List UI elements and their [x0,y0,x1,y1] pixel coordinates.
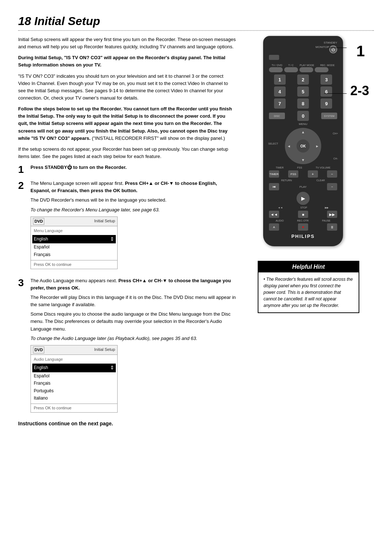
intro-para2: During Initial Setup, "IS TV ON? CO3" wi… [18,54,236,69]
left-column: Initial Setup screens will appear the ve… [18,36,236,426]
menu-audio-item-francais: Français [34,380,114,387]
stop-button[interactable]: ■ [298,211,308,218]
rec-mode-label: REC. MODE [320,64,335,66]
system-button[interactable]: SYSTEM [321,113,337,119]
num-btn-1[interactable]: 1 [274,74,286,85]
callout-label-23: 2-3 [350,83,369,98]
ok-button[interactable]: OK [297,139,310,153]
intro-para4: Follow the steps below to set up the Rec… [18,105,236,142]
step-3-bold: Press CH+▲ or CH-▼ to choose the languag… [30,278,231,291]
fast-forward-button[interactable]: ▶▶ [327,211,337,218]
pause-button[interactable]: ⏸ [327,223,337,231]
philips-logo: PHILIPS [269,234,337,239]
bottom-buttons: A ● ⏸ [269,223,337,231]
tv-vol-plus-button[interactable]: + [308,170,318,178]
menu-language-mockup: DVD Initial Setup Menu Language English … [30,216,118,269]
helpful-hint-item: The Recorder's features will scroll acro… [264,276,354,309]
page-title: 18 Initial Setup [18,15,374,28]
audio-label: AUDIO [275,219,283,222]
menu-audio-arrow-icon: ⇕ [110,364,114,372]
step-3-text: The Audio Language menu appears next. Pr… [30,277,236,292]
timer-label: TIMER [276,166,284,169]
menu-audio-mockup: DVD Initial Setup Audio Language English… [30,345,118,413]
tc-label: T / C [288,64,294,66]
menu-arrow-icon: ⇕ [110,235,114,243]
step-1-content: Press STANDBY⏻ to turn on the Recorder. [30,164,236,173]
step-3-content: The Audio Language menu appears next. Pr… [30,277,236,416]
menu-item-english: English ⇕ [32,235,116,244]
step-3-number: 3 [18,278,27,288]
num-btn-3[interactable]: 3 [320,74,332,85]
tv-dvd-button[interactable] [269,67,283,72]
rew-label: ◄◄ [278,206,283,209]
fss-button[interactable]: FSS [288,170,298,178]
menu-audio-footer: Press OK to continue [31,404,117,412]
step-2: 2 The Menu Language screen will appear f… [18,180,236,272]
menu-audio-item-label: English [34,364,48,371]
menu-title: Initial Setup [94,218,115,225]
clear-button[interactable]: − [327,183,337,190]
step-2-sub: The DVD Recorder's menus will be in the … [30,197,236,204]
select-label: SELECT [268,142,278,145]
tv-vol-minus-button[interactable]: − [327,170,337,178]
rew-fwd-buttons: ◄◄ ■ ▶▶ [269,211,337,218]
tc-button[interactable] [284,67,298,72]
helpful-hint-header: Helpful Hint [258,262,359,272]
play-mode-label: PLAY MODE [300,64,314,66]
num-btn-0[interactable]: 0 [297,111,309,121]
menu-body: Menu Language English ⇕ Español Français [31,226,117,260]
nav-up-button[interactable]: ▲ [301,130,305,134]
play-button[interactable]: ▶ [297,192,310,205]
num-btn-7[interactable]: 7 [274,98,286,109]
nav-down-button[interactable]: ▼ [301,158,305,162]
menu-audio-item-label-3: Français [34,380,50,387]
menu-audio-body: Audio Language English ⇕ Español Françai… [31,355,117,404]
disc-button[interactable]: DISC [269,113,285,119]
bottom-row-labels: AUDIO REC-OTR PAUSE [269,219,337,222]
number-pad: 1 2 3 4 5 6 7 8 9 [269,74,337,109]
timer-button[interactable]: TIMER [269,170,279,178]
num-btn-2[interactable]: 2 [297,74,309,85]
pause-label: PAUSE [322,219,330,222]
play-mode-button[interactable] [299,67,313,72]
nav-left-button[interactable]: ◄ [287,144,291,148]
return-clear-buttons: ⏮ PLAY − [269,183,337,190]
special-row: DISC 0 SYSTEM [269,111,337,121]
menu-audio-item-portugues: Português [34,387,114,395]
step-2-text: The Menu Language screen will appear fir… [30,180,236,194]
step-1-text: Press STANDBY⏻ to turn on the Recorder. [30,164,236,171]
menu-footer: Press OK to continue [31,260,117,269]
rec-otr-label: REC-OTR [297,219,309,222]
num-btn-9[interactable]: 9 [320,98,332,109]
nav-right-button[interactable]: ► [315,144,319,148]
dvd-logo-2: DVD [33,347,44,353]
standby-button[interactable]: ⏻ [329,45,337,53]
top-row-buttons [269,67,337,72]
timer-row-buttons: TIMER FSS + − [269,170,337,178]
num-btn-6[interactable]: 6 [320,86,332,97]
right-column: STANDBY MONITOR ⏻ TV / DVD T / C PLAY MO… [247,36,359,426]
monitor-button[interactable] [269,55,279,60]
callout-label-1: 1 [356,42,365,60]
step-2-number: 2 [18,181,27,191]
helpful-hint-body: The Recorder's features will scroll acro… [258,272,359,312]
num-btn-5[interactable]: 5 [297,86,309,97]
menu-audio-item-espanol: Español [34,372,114,380]
return-button[interactable]: ⏮ [269,183,279,190]
menu-label: MENU [269,122,337,126]
num-btn-8[interactable]: 8 [297,98,309,109]
rec-mode-button[interactable] [315,67,328,72]
audio-button[interactable]: A [269,223,279,231]
menu-audio-header: DVD Initial Setup [31,345,117,355]
remote-wrapper: STANDBY MONITOR ⏻ TV / DVD T / C PLAY MO… [263,36,343,246]
menu-item-label: English [34,236,48,243]
menu-audio-item-label-4: Português [34,388,54,394]
menu-audio-item-italiano: Italiano [34,394,114,402]
step-1-number: 1 [18,165,27,175]
menu-audio-title: Initial Setup [94,347,115,353]
standby-label: STANDBY [269,41,337,44]
rec-otr-button[interactable]: ● [298,223,308,231]
rewind-button[interactable]: ◄◄ [269,211,279,218]
num-btn-4[interactable]: 4 [274,86,286,97]
continue-text: Instructions continue on the next page. [18,421,236,426]
